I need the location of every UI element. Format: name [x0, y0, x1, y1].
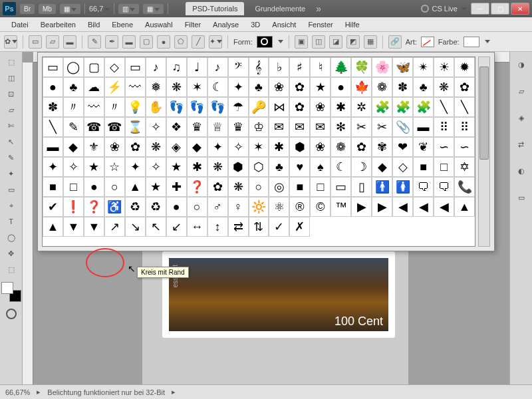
tab-grundelemente[interactable]: Grundelemente [248, 2, 312, 15]
shape-cell[interactable]: ❀ [310, 137, 331, 157]
combine-icon[interactable]: ▣ [295, 35, 308, 49]
shape-cell[interactable]: ✦ [43, 157, 63, 177]
shape-cell[interactable]: ❓ [187, 177, 207, 197]
shape-cell[interactable]: ◈ [166, 137, 187, 157]
shape-cell[interactable]: ♿ [104, 197, 125, 217]
shape-cell[interactable]: ◀ [392, 197, 413, 217]
shape-cell[interactable]: ▬ [413, 117, 434, 137]
shape-cell[interactable]: ▶ [372, 197, 392, 217]
shape-cell[interactable]: 🌲 [331, 57, 351, 77]
shape-cell[interactable]: 𝄞 [249, 57, 269, 77]
shape-cell[interactable]: ◇ [104, 57, 125, 77]
shape-cell[interactable]: 🧩 [372, 97, 392, 117]
shape-cell[interactable]: ❋ [146, 137, 166, 157]
shape-cell[interactable]: ❋ [207, 157, 228, 177]
ellipse-icon[interactable]: ● [157, 35, 170, 49]
shape-cell[interactable]: ● [331, 77, 351, 97]
shape-cell[interactable]: ★ [146, 177, 166, 197]
shape-cell[interactable]: ♮ [310, 57, 331, 77]
tool-7[interactable]: ✦ [3, 166, 20, 181]
shape-cell[interactable]: 🔑 [249, 97, 269, 117]
shape-cell[interactable]: ● [84, 177, 104, 197]
panel-icon-2[interactable]: ◈ [513, 110, 530, 125]
shape-cell[interactable]: ♣ [269, 157, 289, 177]
shape-cell[interactable]: ⬡ [249, 157, 269, 177]
shape-cell[interactable]: ♥ [289, 157, 310, 177]
shape-cell[interactable]: 📎 [392, 117, 413, 137]
menu-3d[interactable]: 3D [245, 19, 266, 31]
arrange-button[interactable]: ▦ [143, 4, 164, 14]
shape-cell[interactable]: 𝄢 [228, 57, 249, 77]
shape-cell[interactable]: ✚ [166, 177, 187, 197]
menu-ansicht[interactable]: Ansicht [266, 19, 302, 31]
shape-cell[interactable]: ♻ [146, 197, 166, 217]
menu-bearbeiten[interactable]: Bearbeiten [35, 19, 82, 31]
shape-cell[interactable]: ♂ [207, 197, 228, 217]
shape-cell[interactable]: □ [310, 177, 331, 197]
shape-cell[interactable]: ∽ [434, 137, 454, 157]
canvas-area[interactable]: esspost 100 Cent ▭◯▢◇▭♪♫♩♪𝄢𝄞♭♯♮🌲🍀🌸🦋✴☀✹●♣… [23, 52, 509, 384]
panel-icon-0[interactable]: ◑ [513, 57, 530, 72]
shape-cell[interactable]: ☎ [104, 117, 125, 137]
shape-cell[interactable]: ○ [187, 197, 207, 217]
shape-cell[interactable]: ✻ [331, 117, 351, 137]
shape-cell[interactable]: ❖ [166, 117, 187, 137]
shape-cell[interactable]: ❦ [413, 137, 434, 157]
cs-live-button[interactable]: CS Live [421, 5, 467, 13]
panel-icon-3[interactable]: ⇄ [513, 137, 530, 152]
shape-cell[interactable]: ↖ [146, 217, 166, 237]
subtract-icon[interactable]: ◪ [329, 35, 342, 49]
maximize-button[interactable]: ▢ [491, 3, 509, 15]
shape-cell[interactable]: ⇄ [228, 217, 249, 237]
shape-cell[interactable]: ♣ [249, 77, 269, 97]
shape-cell[interactable]: ◆ [63, 137, 84, 157]
tool-3[interactable]: ▱ [3, 102, 20, 117]
shape-cell[interactable]: ✡ [454, 157, 475, 177]
shape-cell[interactable]: ✱ [269, 137, 289, 157]
shape-cell[interactable]: 👣 [187, 97, 207, 117]
rect-icon[interactable]: ▬ [122, 35, 136, 49]
menu-auswahl[interactable]: Auswahl [139, 19, 179, 31]
shape-cell[interactable]: ™ [331, 197, 351, 217]
menu-bild[interactable]: Bild [82, 19, 106, 31]
shape-cell[interactable]: ☎ [84, 117, 104, 137]
form-swatch[interactable] [257, 36, 273, 48]
shape-cell[interactable]: ▲ [43, 217, 63, 237]
roundrect-icon[interactable]: ▢ [140, 35, 153, 49]
tool-11[interactable]: ◯ [3, 230, 20, 245]
shape-cell[interactable]: ✿ [207, 177, 228, 197]
tool-8[interactable]: ▭ [3, 182, 20, 197]
shape-cell[interactable]: ✱ [331, 97, 351, 117]
shape-cell[interactable]: 〰 [125, 77, 146, 97]
panel-icon-1[interactable]: ▱ [513, 84, 530, 98]
tab-psd-tutorials[interactable]: PSD-Tutorials [186, 2, 244, 15]
shape-cell[interactable]: ╲ [43, 117, 63, 137]
shape-cell[interactable]: ▬ [43, 137, 63, 157]
shape-cell[interactable]: ⇅ [249, 217, 269, 237]
shape-cell[interactable]: ◇ [392, 157, 413, 177]
shape-cell[interactable]: ↗ [104, 217, 125, 237]
shape-cell[interactable]: ♣ [413, 77, 434, 97]
shape-cell[interactable]: ♭ [269, 57, 289, 77]
shape-cell[interactable]: ◀ [413, 197, 434, 217]
shape-cell[interactable]: ♛ [228, 117, 249, 137]
shape-cell[interactable]: ✽ [392, 77, 413, 97]
shape-cell[interactable]: ✲ [351, 97, 372, 117]
shape-cell[interactable]: 👣 [207, 97, 228, 117]
shape-cell[interactable]: 🍀 [351, 57, 372, 77]
shape-cell[interactable]: ▭ [43, 57, 63, 77]
shape-cell[interactable]: ✶ [187, 77, 207, 97]
bridge-button[interactable]: Br [20, 4, 35, 14]
more-tabs-icon[interactable]: » [316, 3, 321, 14]
tool-5[interactable]: ↖ [3, 134, 20, 149]
shape-cell[interactable]: 🧩 [413, 97, 434, 117]
tool-10[interactable]: T [3, 214, 20, 229]
shape-cell[interactable]: ∽ [454, 137, 475, 157]
shape-cell[interactable]: ○ [249, 177, 269, 197]
shape-cell[interactable]: 📞 [454, 177, 475, 197]
shape-cell[interactable]: □ [434, 157, 454, 177]
shape-cell[interactable]: ╲ [434, 97, 454, 117]
shape-cell[interactable]: ■ [413, 157, 434, 177]
color-swatch[interactable] [464, 37, 479, 47]
shape-cell[interactable]: ⚛ [269, 197, 289, 217]
